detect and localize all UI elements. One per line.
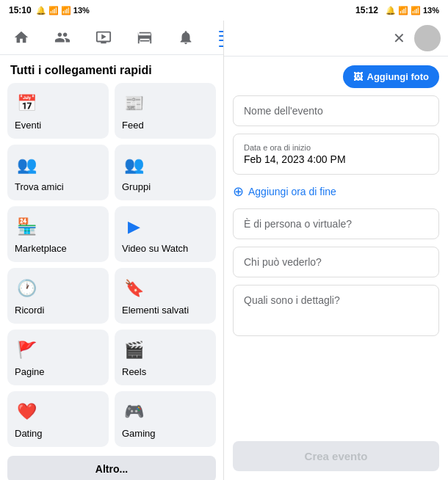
- eventi-icon: 📅: [15, 92, 38, 115]
- shortcut-gaming[interactable]: 🎮 Gaming: [115, 391, 216, 447]
- add-photo-button[interactable]: 🖼 Aggiungi foto: [343, 65, 439, 88]
- nav-friends[interactable]: [48, 26, 76, 48]
- avatar[interactable]: [414, 25, 441, 51]
- elementi-salvati-icon: 🔖: [122, 277, 145, 300]
- pagine-icon: 🚩: [15, 338, 38, 362]
- event-name-field[interactable]: Nome dell'evento: [233, 95, 439, 126]
- video-watch-label: Video su Watch: [122, 243, 188, 254]
- status-icons-left: 🔔 📶 📶 13%: [36, 6, 90, 15]
- add-end-time-label: Aggiungi ora di fine: [248, 186, 336, 197]
- nav-bell[interactable]: [172, 26, 200, 48]
- status-icons-right: 🔔 📶 📶 13%: [386, 6, 439, 15]
- video-watch-icon: ▶: [122, 215, 145, 239]
- nav-shop[interactable]: [131, 26, 159, 48]
- start-date-field[interactable]: Data e ora di inizio Feb 14, 2023 4:00 P…: [233, 134, 439, 175]
- gaming-label: Gaming: [122, 428, 156, 439]
- marketplace-label: Marketplace: [15, 243, 67, 254]
- dating-icon: ❤️: [15, 400, 38, 423]
- trova-amici-label: Trova amici: [15, 181, 64, 192]
- shortcut-gruppi[interactable]: 👥 Gruppi: [115, 145, 216, 200]
- reels-label: Reels: [122, 366, 146, 377]
- shortcut-eventi[interactable]: 📅 Eventi: [7, 83, 109, 139]
- person-or-virtual-field[interactable]: È di persona o virtuale?: [233, 208, 439, 239]
- who-can-see-placeholder: Chi può vederlo?: [244, 256, 322, 268]
- nav-home[interactable]: [7, 26, 35, 48]
- altro-button[interactable]: Altro...: [7, 456, 216, 480]
- status-bar-left: 15:10 🔔 📶 📶 13%: [0, 0, 224, 21]
- dating-label: Dating: [15, 428, 43, 439]
- time-left: 15:10: [9, 5, 32, 15]
- shortcuts-grid: 📅 Eventi 📰 Feed 👥 Trova amici 👥 Gruppi 🏪…: [0, 83, 223, 453]
- time-right: 15:12: [355, 5, 378, 15]
- feed-label: Feed: [122, 120, 144, 131]
- nav-watch[interactable]: [90, 26, 118, 48]
- left-panel: Tutti i collegamenti rapidi 📅 Eventi 📰 F…: [0, 21, 224, 480]
- elementi-salvati-label: Elementi salvati: [122, 305, 189, 316]
- reels-icon: 🎬: [122, 338, 145, 362]
- nav-bar-right: ✕: [224, 21, 448, 57]
- nav-bar-left: [0, 21, 223, 55]
- ricordi-label: Ricordi: [15, 305, 44, 316]
- event-form: 🖼 Aggiungi foto Nome dell'evento Data e …: [224, 57, 448, 435]
- add-photo-icon: 🖼: [353, 71, 363, 82]
- shortcut-marketplace[interactable]: 🏪 Marketplace: [7, 206, 109, 262]
- person-or-virtual-placeholder: È di persona o virtuale?: [244, 218, 352, 230]
- status-bar-right: 15:12 🔔 📶 📶 13%: [224, 0, 448, 21]
- gruppi-icon: 👥: [122, 153, 145, 177]
- create-event-button[interactable]: Crea evento: [233, 441, 439, 471]
- nav-menu[interactable]: [213, 25, 224, 50]
- who-can-see-field[interactable]: Chi può vederlo?: [233, 247, 439, 277]
- right-panel: ✕ 🖼 Aggiungi foto Nome dell'evento Data …: [224, 21, 448, 480]
- shortcut-dating[interactable]: ❤️ Dating: [7, 391, 109, 447]
- details-field[interactable]: Quali sono i dettagli?: [233, 285, 439, 336]
- shortcut-reels[interactable]: 🎬 Reels: [115, 330, 216, 385]
- shortcut-elementi-salvati[interactable]: 🔖 Elementi salvati: [115, 268, 216, 324]
- trova-amici-icon: 👥: [15, 153, 38, 177]
- feed-icon: 📰: [122, 92, 145, 115]
- shortcuts-title: Tutti i collegamenti rapidi: [0, 55, 223, 83]
- close-button[interactable]: ✕: [393, 29, 405, 47]
- gruppi-label: Gruppi: [122, 181, 151, 192]
- add-photo-label: Aggiungi foto: [367, 71, 429, 82]
- shortcut-feed[interactable]: 📰 Feed: [115, 83, 216, 139]
- add-end-time-icon: ⊕: [233, 183, 244, 200]
- shortcut-video-watch[interactable]: ▶ Video su Watch: [115, 206, 216, 262]
- shortcut-ricordi[interactable]: 🕐 Ricordi: [7, 268, 109, 324]
- gaming-icon: 🎮: [122, 400, 145, 423]
- hamburger-icon: [219, 28, 224, 44]
- marketplace-icon: 🏪: [15, 215, 38, 239]
- event-name-placeholder: Nome dell'evento: [244, 105, 323, 117]
- add-end-time-button[interactable]: ⊕ Aggiungi ora di fine: [233, 182, 439, 201]
- eventi-label: Eventi: [15, 120, 41, 131]
- details-placeholder: Quali sono i dettagli?: [244, 294, 340, 306]
- shortcut-trova-amici[interactable]: 👥 Trova amici: [7, 145, 109, 200]
- start-date-label: Data e ora di inizio: [244, 143, 428, 152]
- ricordi-icon: 🕐: [15, 277, 38, 300]
- pagine-label: Pagine: [15, 366, 44, 377]
- shortcut-pagine[interactable]: 🚩 Pagine: [7, 330, 109, 385]
- start-date-value: Feb 14, 2023 4:00 PM: [244, 153, 428, 165]
